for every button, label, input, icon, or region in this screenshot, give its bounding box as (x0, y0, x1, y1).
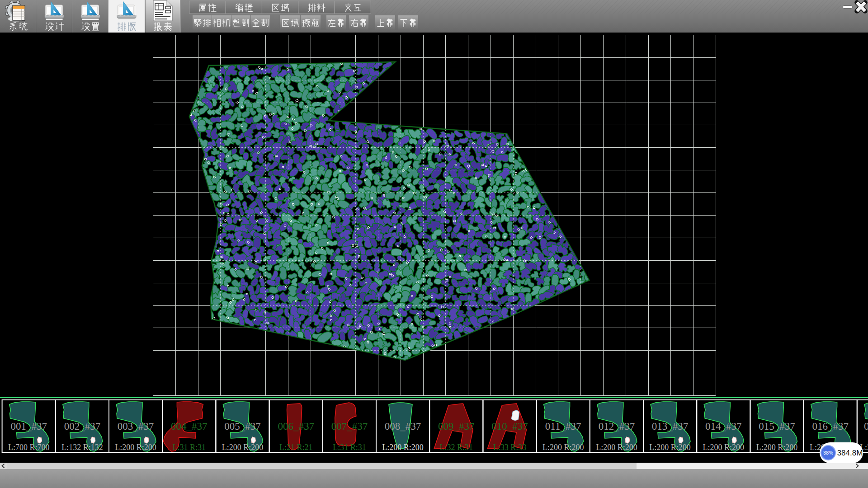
svg-text:014_#37: 014_#37 (705, 421, 742, 432)
svg-text:L:200 R:200: L:200 R:200 (649, 443, 691, 452)
svg-text:017_#37: 017_#37 (864, 421, 868, 432)
svg-text:004_#37: 004_#37 (171, 421, 208, 432)
svg-text:015_#37: 015_#37 (759, 421, 795, 432)
svg-text:L:200 R:200: L:200 R:200 (596, 443, 637, 452)
svg-text:L:200 R:200: L:200 R:200 (703, 443, 745, 452)
svg-text:L:33 R:33: L:33 R:33 (493, 443, 527, 452)
svg-text:012_#37: 012_#37 (599, 421, 635, 432)
svg-text:008_#37: 008_#37 (385, 421, 421, 432)
svg-text:L:200 R:200: L:200 R:200 (756, 443, 798, 452)
svg-text:L:200 R:200: L:200 R:200 (115, 443, 156, 452)
svg-text:005_#37: 005_#37 (224, 421, 261, 432)
svg-text:L:700 R:700: L:700 R:700 (8, 443, 50, 452)
svg-text:L:200 R:200: L:200 R:200 (222, 443, 264, 452)
svg-text:L:21 R:21: L:21 R:21 (279, 443, 313, 452)
svg-text:001_#37: 001_#37 (10, 421, 47, 432)
svg-text:002_#37: 002_#37 (64, 421, 101, 432)
svg-text:L:200 R:200: L:200 R:200 (382, 443, 424, 452)
svg-text:006_#37: 006_#37 (278, 421, 314, 432)
svg-text:L:32 R:31: L:32 R:31 (440, 443, 473, 452)
svg-text:011_#37: 011_#37 (545, 421, 581, 432)
svg-text:013_#37: 013_#37 (652, 421, 689, 432)
svg-text:L:200 R:200: L:200 R:200 (542, 443, 584, 452)
svg-text:L:31 R:31: L:31 R:31 (173, 443, 206, 452)
svg-text:009_#37: 009_#37 (438, 421, 475, 432)
svg-text:003_#37: 003_#37 (118, 421, 154, 432)
svg-text:L:132 R:132: L:132 R:132 (61, 443, 103, 452)
svg-text:010_#37: 010_#37 (491, 421, 528, 432)
svg-text:L:31 R:31: L:31 R:31 (333, 443, 366, 452)
svg-text:007_#37: 007_#37 (331, 421, 368, 432)
svg-text:016_#37: 016_#37 (812, 421, 849, 432)
